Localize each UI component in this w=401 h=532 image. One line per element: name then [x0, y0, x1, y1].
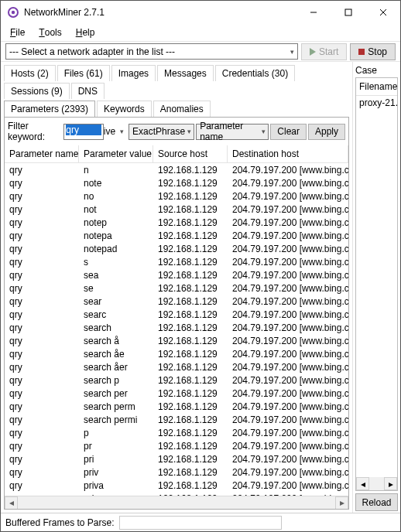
- table-row[interactable]: qryp192.168.1.129204.79.197.200 [www.bin…: [5, 426, 348, 439]
- table-row[interactable]: qrypriva192.168.1.129204.79.197.200 [www…: [5, 479, 348, 492]
- grid-header: Parameter name Parameter value Source ho…: [5, 145, 348, 163]
- close-button[interactable]: [365, 1, 400, 24]
- table-row[interactable]: qrynotepad192.168.1.129204.79.197.200 [w…: [5, 242, 348, 255]
- table-row[interactable]: qrysearch perm192.168.1.129204.79.197.20…: [5, 400, 348, 413]
- grid-body[interactable]: qryn192.168.1.129204.79.197.200 [www.bin…: [5, 163, 348, 496]
- table-row[interactable]: qrysearch p192.168.1.129204.79.197.200 […: [5, 373, 348, 387]
- cell: 204.79.197.200 [www.bing.com]: [228, 401, 348, 412]
- menu-help[interactable]: Help: [76, 27, 95, 38]
- table-row[interactable]: qrynote192.168.1.129204.79.197.200 [www.…: [5, 176, 348, 189]
- cell: 192.168.1.129: [153, 217, 228, 228]
- cell: 204.79.197.200 [www.bing.com]: [228, 428, 348, 438]
- cell: qry: [5, 296, 79, 307]
- cell: 192.168.1.129: [153, 296, 228, 307]
- table-row[interactable]: qrypr192.168.1.129204.79.197.200 [www.bi…: [5, 439, 348, 452]
- cell: search å: [79, 336, 153, 346]
- adapter-select-text: --- Select a network adapter in the list…: [9, 46, 175, 57]
- tab[interactable]: Hosts (2): [4, 65, 56, 81]
- start-button[interactable]: Start: [301, 43, 347, 60]
- cell: 192.168.1.129: [153, 388, 228, 399]
- scroll-right-arrow-icon[interactable]: ▸: [335, 496, 348, 510]
- col-parameter-value[interactable]: Parameter value: [79, 145, 153, 162]
- tabs-row2: Parameters (2393)KeywordsAnomalies: [1, 97, 352, 117]
- menu-file[interactable]: File: [10, 27, 25, 38]
- app-icon: [7, 6, 19, 19]
- table-row[interactable]: qrysearch åer192.168.1.129204.79.197.200…: [5, 360, 348, 373]
- cell: 192.168.1.129: [153, 322, 228, 333]
- tab[interactable]: Anomalies: [153, 101, 211, 117]
- clear-button[interactable]: Clear: [270, 124, 307, 140]
- minimize-button[interactable]: [296, 1, 331, 24]
- table-row[interactable]: qrysearch192.168.1.129204.79.197.200 [ww…: [5, 321, 348, 334]
- table-row[interactable]: qrysearch per192.168.1.129204.79.197.200…: [5, 387, 348, 400]
- table-row[interactable]: qrysearch åe192.168.1.129204.79.197.200 …: [5, 347, 348, 360]
- case-hscrollbar[interactable]: ◂ ▸: [356, 477, 397, 490]
- table-row[interactable]: qrysearch å192.168.1.129204.79.197.200 […: [5, 334, 348, 347]
- cell: 192.168.1.129: [153, 204, 228, 215]
- cell: qry: [5, 283, 79, 294]
- table-row[interactable]: qrysearc192.168.1.129204.79.197.200 [www…: [5, 308, 348, 321]
- cell: qry: [5, 349, 79, 360]
- tab[interactable]: Messages: [157, 65, 214, 81]
- maximize-button[interactable]: [331, 1, 365, 24]
- tab[interactable]: Parameters (2393): [4, 101, 95, 117]
- scroll-left-arrow-icon[interactable]: ◂: [5, 496, 18, 510]
- chevron-down-icon: ▾: [290, 48, 294, 56]
- cell: 204.79.197.200 [www.bing.com]: [228, 322, 348, 333]
- tab[interactable]: Keywords: [97, 101, 152, 117]
- stop-button[interactable]: Stop: [350, 43, 396, 60]
- cell: qry: [5, 309, 79, 320]
- col-destination-host[interactable]: Destination host: [228, 145, 348, 162]
- tab[interactable]: Sessions (9): [4, 83, 70, 99]
- play-icon: [310, 48, 316, 56]
- tab[interactable]: Files (61): [57, 65, 110, 81]
- reload-button[interactable]: Reload: [355, 493, 398, 511]
- status-value-field: [119, 516, 282, 530]
- scroll-track[interactable]: [18, 496, 335, 510]
- cell: qry: [5, 428, 79, 438]
- cell: 192.168.1.129: [153, 467, 228, 478]
- chevron-down-icon: ▾: [187, 128, 191, 135]
- apply-button[interactable]: Apply: [308, 124, 345, 140]
- table-row[interactable]: qrys192.168.1.129204.79.197.200 [www.bin…: [5, 255, 348, 268]
- tab[interactable]: Images: [111, 65, 156, 81]
- case-pane: Case Filename proxy-21. ◂ ▸ Reload: [352, 62, 400, 513]
- statusbar: Buffered Frames to Parse:: [1, 513, 400, 531]
- adapter-select[interactable]: --- Select a network adapter in the list…: [5, 43, 298, 60]
- table-row[interactable]: qrysearch permi192.168.1.129204.79.197.2…: [5, 413, 348, 426]
- case-col-filename[interactable]: Filename: [356, 78, 397, 96]
- cell: 192.168.1.129: [153, 309, 228, 320]
- cell: 192.168.1.129: [153, 349, 228, 360]
- table-row[interactable]: qrynotep192.168.1.129204.79.197.200 [www…: [5, 216, 348, 229]
- table-row[interactable]: qrynotepa192.168.1.129204.79.197.200 [ww…: [5, 229, 348, 242]
- chevron-down-icon[interactable]: ▾: [120, 128, 124, 135]
- cell: qry: [5, 401, 79, 412]
- menu-tools[interactable]: Tools: [39, 27, 61, 38]
- filter-column-select[interactable]: Parameter name ▾: [196, 124, 269, 140]
- filter-keyword-field[interactable]: [66, 124, 101, 135]
- cell: 204.79.197.200 [www.bing.com]: [228, 336, 348, 346]
- grid-hscrollbar[interactable]: ◂ ▸: [5, 496, 348, 509]
- filter-mode-select[interactable]: ExactPhrase ▾: [129, 124, 194, 140]
- cell: 204.79.197.200 [www.bing.com]: [228, 454, 348, 465]
- table-row[interactable]: qrysea192.168.1.129204.79.197.200 [www.b…: [5, 268, 348, 281]
- tab[interactable]: Credentials (30): [215, 65, 295, 81]
- tabs-row1: Hosts (2)Files (61)ImagesMessagesCredent…: [1, 62, 352, 99]
- col-parameter-name[interactable]: Parameter name: [5, 145, 79, 162]
- cell: 192.168.1.129: [153, 480, 228, 491]
- cell: no: [79, 191, 153, 202]
- case-item[interactable]: proxy-21.: [356, 96, 397, 110]
- col-source-host[interactable]: Source host: [153, 145, 228, 162]
- table-row[interactable]: qryn192.168.1.129204.79.197.200 [www.bin…: [5, 163, 348, 176]
- cell: qry: [5, 165, 79, 176]
- tab[interactable]: DNS: [71, 83, 105, 99]
- table-row[interactable]: qryse192.168.1.129204.79.197.200 [www.bi…: [5, 281, 348, 295]
- table-row[interactable]: qrypriv192.168.1.129204.79.197.200 [www.…: [5, 466, 348, 479]
- table-row[interactable]: qrysear192.168.1.129204.79.197.200 [www.…: [5, 295, 348, 308]
- filter-keyword-input[interactable]: [63, 124, 103, 140]
- cell: 204.79.197.200 [www.bing.com]: [228, 244, 348, 254]
- table-row[interactable]: qrynot192.168.1.129204.79.197.200 [www.b…: [5, 203, 348, 216]
- table-row[interactable]: qryno192.168.1.129204.79.197.200 [www.bi…: [5, 189, 348, 203]
- table-row[interactable]: qrypri192.168.1.129204.79.197.200 [www.b…: [5, 452, 348, 466]
- cell: qry: [5, 217, 79, 228]
